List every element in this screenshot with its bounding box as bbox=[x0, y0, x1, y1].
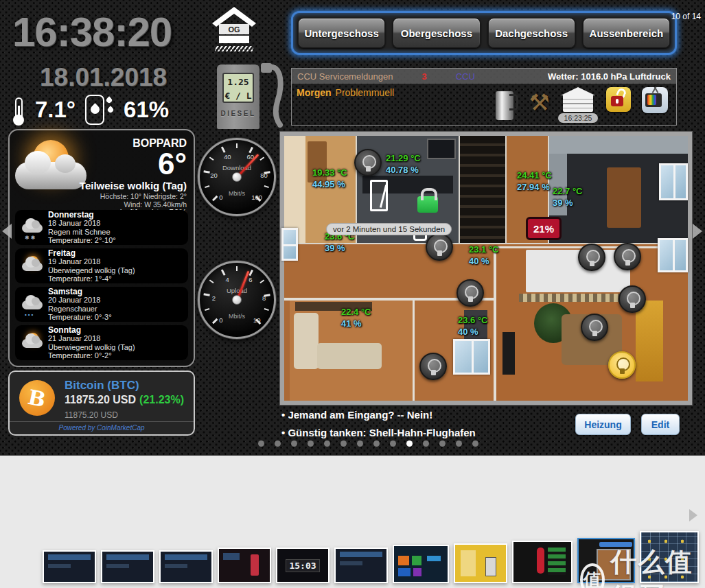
room-sensor: 21.29 °C40.78 % bbox=[386, 152, 421, 176]
temperature-reading: 23.1 °C bbox=[469, 244, 499, 255]
room-sensor: 19.33 °C44.95 % bbox=[312, 167, 347, 190]
weather-temperature: 6° bbox=[158, 147, 187, 181]
page-dot-12[interactable] bbox=[439, 440, 446, 447]
light-bulb-icon[interactable] bbox=[354, 149, 382, 176]
page-thumbnail-7[interactable] bbox=[393, 545, 449, 583]
room-sensor: 23.6 °C40 % bbox=[458, 314, 488, 338]
humidity-reading: 40 % bbox=[458, 326, 488, 338]
forecast-cloud bbox=[22, 339, 43, 348]
page-thumbnail-5[interactable]: 15:03 bbox=[276, 548, 330, 583]
outdoor-conditions: 7.1° 61% bbox=[15, 95, 169, 125]
bitcoin-icon: B bbox=[19, 380, 55, 416]
humidity-reading: 41 % bbox=[341, 318, 371, 329]
light-bulb-icon[interactable] bbox=[581, 314, 608, 341]
room-sensor: 23.1 °C40 % bbox=[469, 244, 499, 267]
gauge-tick-label: 2 bbox=[212, 294, 216, 302]
temperature-reading: 23.6 °C bbox=[458, 314, 488, 326]
bitcoin-widget: B Bitcoin (BTC) 11875.20 USD(21.23%) 118… bbox=[8, 371, 195, 436]
page-thumbnail-8[interactable] bbox=[454, 543, 507, 583]
carousel-left-arrow[interactable] bbox=[2, 224, 12, 239]
page-dot-13[interactable] bbox=[456, 440, 462, 447]
forecast-row: ❄❄Donnerstag18 Januar 2018Regen mit Schn… bbox=[15, 210, 188, 245]
page-dot-8[interactable] bbox=[373, 440, 380, 447]
gauge-tick-label: 8 bbox=[262, 294, 266, 302]
forecast-row: •••Samstag20 Januar 2018RegenschauerTemp… bbox=[15, 287, 188, 322]
window-icon-right-top bbox=[659, 163, 688, 200]
window-icon-left bbox=[281, 228, 298, 261]
light-bulb-icon[interactable] bbox=[456, 279, 484, 307]
trash-reminder: MorgenProblemmuell bbox=[297, 87, 394, 98]
page-thumbnail-4[interactable] bbox=[218, 548, 271, 583]
service-status-bar: CCU Servicemeldungen 3 CCU Wetter: 1016.… bbox=[292, 69, 676, 84]
page-thumbnail-3[interactable] bbox=[159, 550, 213, 583]
page-dot-14[interactable] bbox=[472, 440, 478, 447]
staircase bbox=[460, 136, 505, 243]
garage-timestamp: 16:23:25 bbox=[558, 113, 598, 123]
bitcoin-change: (21.23%) bbox=[139, 394, 184, 405]
floor-nav: UntergeschossObergeschossDachgeschossAus… bbox=[291, 11, 677, 55]
page-dot-1[interactable] bbox=[258, 440, 264, 447]
tv-icon[interactable] bbox=[642, 87, 668, 113]
forecast-row: •••Freitag19 Januar 2018Überwiegend wolk… bbox=[15, 248, 188, 283]
page-dot-9[interactable] bbox=[390, 440, 396, 447]
floor-tab-aussenbereich[interactable]: Aussenbereich bbox=[583, 18, 670, 48]
kettle-icon[interactable] bbox=[494, 87, 518, 121]
pressure-status: Wetter: 1016.0 hPa Luftdruck bbox=[548, 71, 671, 82]
forecast-list: ❄❄Donnerstag18 Januar 2018Regen mit Schn… bbox=[15, 210, 188, 360]
service-messages-label: CCU Servicemeldungen bbox=[297, 71, 393, 82]
humidity-icon bbox=[85, 95, 104, 125]
thumbnails-next-arrow[interactable] bbox=[689, 509, 697, 521]
page-thumbnail-2[interactable] bbox=[101, 550, 154, 583]
light-bulb-icon[interactable] bbox=[614, 243, 641, 270]
bitcoin-price: 11875.20 USD(21.23%) bbox=[65, 394, 184, 406]
bitcoin-link[interactable]: Bitcoin (BTC) bbox=[65, 379, 139, 392]
floor-indicator-house-icon: OG bbox=[211, 5, 257, 55]
room-sensor: 22.4 °C41 % bbox=[341, 306, 371, 329]
page-dots bbox=[258, 440, 478, 447]
gauge-tick-label: 4 bbox=[226, 276, 229, 283]
edit-button[interactable]: Edit bbox=[641, 414, 680, 435]
gauge-tick-label: 10 bbox=[253, 316, 261, 324]
forecast-text: Sonntag21 Januar 2018Überwiegend wolkig … bbox=[48, 326, 135, 360]
ticker-message-fuel: Günstig tanken: Shell-Hahn-Flughafen bbox=[281, 424, 476, 442]
gauge-tick-label: 100 bbox=[251, 193, 262, 201]
light-bulb-icon[interactable] bbox=[419, 353, 447, 380]
forecast-cloud bbox=[22, 224, 43, 233]
page-thumbnail-10[interactable] bbox=[577, 538, 635, 583]
locked-padlock-icon[interactable] bbox=[417, 196, 438, 213]
service-messages-count: 3 bbox=[421, 71, 426, 82]
heizung-button[interactable]: Heizung bbox=[575, 414, 631, 435]
fuel-nozzle-icon bbox=[259, 59, 286, 128]
page-dot-11[interactable] bbox=[423, 440, 429, 447]
page-dot-4[interactable] bbox=[308, 440, 314, 447]
page-dot-2[interactable] bbox=[275, 440, 281, 447]
floor-tab-dachgeschoss[interactable]: Dachgeschoss bbox=[488, 18, 575, 48]
page-dot-3[interactable] bbox=[291, 440, 297, 447]
page-dot-10[interactable] bbox=[406, 440, 413, 447]
page-thumbnail-1[interactable] bbox=[43, 550, 96, 583]
light-bulb-icon[interactable] bbox=[578, 244, 605, 271]
page-thumbnail-9[interactable] bbox=[512, 541, 573, 583]
page-dot-7[interactable] bbox=[357, 440, 363, 447]
page-dot-5[interactable] bbox=[324, 440, 330, 447]
coinmarketcap-credit: Powered by CoinMarketCap bbox=[10, 421, 194, 432]
gauge-tick-label: 80 bbox=[260, 172, 268, 179]
light-bulb-icon[interactable] bbox=[608, 351, 636, 379]
page-dot-6[interactable] bbox=[340, 440, 347, 447]
battery-level-badge: 21% bbox=[526, 217, 562, 240]
window-icon-right-mid bbox=[658, 238, 688, 272]
floor-tab-obergeschoss[interactable]: Obergeschoss bbox=[393, 18, 480, 48]
page-thumbnail-6[interactable] bbox=[334, 548, 388, 583]
light-bulb-icon[interactable] bbox=[426, 233, 453, 261]
forecast-row: •••Sonntag21 Januar 2018Überwiegend wolk… bbox=[15, 325, 188, 360]
unlocked-padlock-icon[interactable] bbox=[606, 87, 631, 112]
outdoor-temperature: 7.1° bbox=[35, 97, 76, 123]
floor-tab-untergeschoss[interactable]: Untergeschoss bbox=[298, 18, 385, 48]
tools-hammers-icon[interactable]: ⚒ bbox=[529, 87, 550, 117]
weather-condition: Teilweise wolkig (Tag) bbox=[80, 180, 187, 191]
page-thumbnail-11[interactable] bbox=[640, 531, 699, 583]
light-bulb-icon[interactable] bbox=[619, 285, 646, 313]
last-motion-tooltip: vor 2 Minuten und 15 Sekunden bbox=[326, 223, 452, 235]
garage-door-icon[interactable]: 16:23:25 bbox=[561, 87, 595, 123]
carousel-right-arrow[interactable] bbox=[693, 224, 702, 239]
